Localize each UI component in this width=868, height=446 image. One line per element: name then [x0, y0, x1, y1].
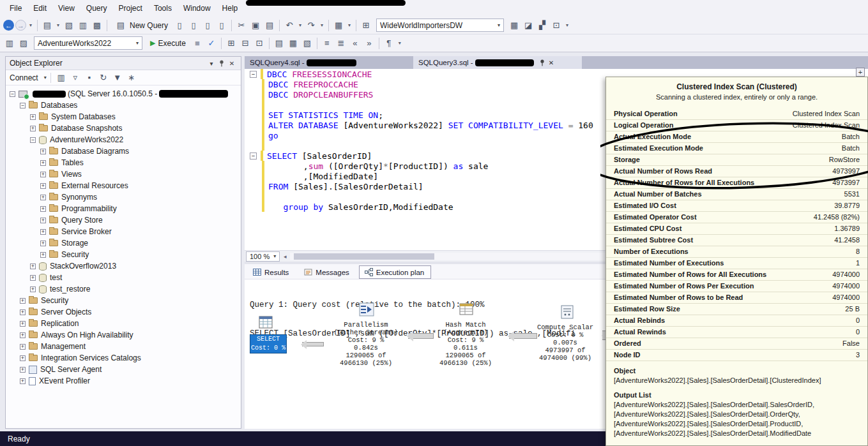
tree-expander-icon[interactable]: − — [30, 137, 36, 143]
select-operator-node[interactable]: SELECT Cost: 0 % — [250, 334, 287, 353]
panel-menu-icon[interactable]: ▾ — [206, 60, 217, 67]
tree-node-tables[interactable]: +Tables — [6, 157, 241, 168]
scrollbar-thumb[interactable] — [294, 253, 434, 260]
dmx-query-icon[interactable]: ▯ — [187, 19, 200, 32]
tree-node-databases[interactable]: −Databases — [6, 100, 241, 111]
pin-icon[interactable] — [217, 60, 227, 67]
refresh-icon[interactable]: ↻ — [97, 71, 110, 84]
tree-node-security[interactable]: +Security — [6, 249, 241, 260]
tab-results[interactable]: Results — [247, 265, 296, 279]
active-database-combobox[interactable]: AdventureWorks2022 ▾ — [34, 36, 142, 50]
connect-button[interactable]: Connect ▾ — [10, 73, 47, 82]
tree-expander-icon[interactable]: − — [20, 103, 26, 108]
undo-dropdown-icon[interactable]: ▾ — [297, 22, 303, 28]
fold-collapse-icon[interactable]: − — [250, 71, 257, 78]
toolbar-options-dropdown-icon[interactable]: ▾ — [397, 40, 403, 46]
tree-node-always-on-high-availability[interactable]: +Always On High Availability — [6, 329, 241, 341]
zoom-combobox[interactable]: 100 % ▾ — [246, 251, 280, 262]
sqlcmd-mode-icon[interactable]: ¶ — [383, 37, 395, 50]
copy-icon[interactable]: ▣ — [249, 19, 262, 32]
query-designer-icon[interactable]: ⊞ — [360, 19, 372, 32]
tree-node-stackoverflow2013[interactable]: +StackOverflow2013 — [6, 260, 241, 272]
tree-node-service-broker[interactable]: +Service Broker — [6, 226, 241, 237]
tree-node-sql-server-agent[interactable]: +SQL Server Agent — [6, 364, 241, 375]
available-databases-icon[interactable]: ▥ — [3, 37, 16, 50]
execution-plan-canvas[interactable]: SELECT Cost: 0 % Parallelism(Gather Stre… — [245, 300, 605, 412]
menu-view[interactable]: View — [52, 2, 80, 15]
uncomment-icon[interactable]: ≣ — [335, 37, 347, 50]
combo-dropdown-icon[interactable]: ▾ — [136, 40, 139, 46]
tree-node-system-databases[interactable]: +System Databases — [6, 111, 241, 123]
chart-icon[interactable]: ▞ — [536, 19, 549, 32]
tree-expander-icon[interactable]: + — [40, 241, 46, 246]
tree-expander-icon[interactable]: + — [20, 321, 26, 327]
pin-icon[interactable] — [540, 59, 545, 66]
nav-backward-icon[interactable]: ← — [3, 20, 14, 31]
decrease-indent-icon[interactable]: « — [349, 37, 362, 50]
tree-node-synonyms[interactable]: +Synonyms — [6, 191, 241, 203]
menu-help[interactable]: Help — [217, 2, 244, 15]
tree-expander-icon[interactable]: + — [40, 149, 46, 154]
tree-expander-icon[interactable]: + — [30, 114, 36, 120]
combo-dropdown-icon[interactable]: ▾ — [498, 22, 500, 28]
tree-node-database-snapshots[interactable]: +Database Snapshots — [6, 123, 241, 134]
tree-expander-icon[interactable]: + — [20, 309, 26, 315]
tree-node-programmability[interactable]: +Programmability — [6, 203, 241, 214]
tree-node-test-restore[interactable]: +test_restore — [6, 283, 241, 295]
parse-query-icon[interactable]: ✓ — [205, 37, 218, 50]
tab-execution-plan[interactable]: Execution plan — [359, 265, 431, 279]
tree-expander-icon[interactable]: + — [40, 252, 46, 258]
tab-sqlquery4[interactable]: SQLQuery4.sql - — [245, 56, 413, 69]
nav-history-dropdown-icon[interactable]: ▾ — [27, 22, 34, 28]
tree-expander-icon[interactable]: + — [40, 160, 46, 166]
tree-node-database-diagrams[interactable]: +Database Diagrams — [6, 145, 241, 157]
tree-node-server-objects[interactable]: +Server Objects — [6, 306, 241, 318]
paste-icon[interactable]: ▤ — [263, 19, 276, 32]
tree-node-storage[interactable]: +Storage — [6, 237, 241, 249]
tree-expander-icon[interactable]: + — [20, 298, 26, 304]
estimated-plan-icon[interactable]: ⊞ — [225, 37, 238, 50]
splitter-add-pane-button[interactable]: + — [856, 68, 865, 77]
save-icon[interactable]: ▥ — [77, 19, 89, 32]
toolbar-options-dropdown-icon[interactable]: ▾ — [564, 22, 570, 28]
tab-messages[interactable]: Messages — [298, 265, 356, 279]
wrench-icon[interactable]: ◪ — [522, 19, 535, 32]
open-file-icon[interactable]: ▧ — [63, 19, 75, 32]
nav-forward-icon[interactable]: → — [15, 20, 26, 31]
results-to-file-icon[interactable]: ▧ — [301, 37, 314, 50]
tree-node-external-resources[interactable]: +External Resources — [6, 180, 241, 191]
compute-scalar-icon[interactable] — [559, 304, 575, 322]
hash-match-node[interactable]: Hash Match(Aggregate)Cost: 9 %0.611s1290… — [426, 321, 505, 367]
tree-expander-icon[interactable]: + — [20, 378, 26, 384]
activity-grid-icon[interactable]: ▦ — [508, 19, 521, 32]
fold-collapse-icon[interactable]: − — [250, 152, 257, 160]
live-stats-icon[interactable]: ⊡ — [253, 37, 266, 50]
tree-expander-icon[interactable]: + — [30, 126, 36, 131]
menu-window[interactable]: Window — [178, 2, 217, 15]
tree-expander-icon[interactable]: + — [40, 195, 46, 200]
tree-expander-icon[interactable]: + — [40, 206, 46, 212]
scroll-left-icon[interactable]: ◂ — [280, 251, 290, 262]
compute-scalar-node[interactable]: Compute ScalarCost: 0 %0.007s4973997 of4… — [526, 323, 605, 362]
tree-node-views[interactable]: +Views — [6, 168, 241, 180]
menu-file[interactable]: File — [4, 2, 27, 15]
tree-expander-icon[interactable]: − — [10, 91, 15, 97]
change-connection-icon[interactable]: ▨ — [17, 37, 30, 50]
reports-icon[interactable]: ∗ — [125, 71, 138, 84]
tree-node-adventureworks2022[interactable]: −AdventureWorks2022 — [6, 134, 241, 145]
save-all-icon[interactable]: ▩ — [91, 19, 103, 32]
tree-expander-icon[interactable]: + — [40, 183, 46, 189]
menu-query[interactable]: Query — [80, 2, 113, 15]
tab-sqlquery3[interactable]: SQLQuery3.sql - ✕ — [413, 56, 582, 69]
menu-project[interactable]: Project — [113, 2, 148, 15]
comment-out-icon[interactable]: ≡ — [321, 37, 333, 50]
close-icon[interactable]: ✕ — [549, 59, 554, 66]
tree-expander-icon[interactable]: + — [30, 275, 36, 281]
plan-arrow[interactable] — [302, 342, 324, 346]
tree-node-test[interactable]: +test — [6, 272, 241, 283]
zoom-dropdown-icon[interactable]: ▾ — [273, 253, 276, 259]
increase-indent-icon[interactable]: » — [363, 37, 376, 50]
disconnect-server-icon[interactable]: ▿ — [69, 71, 82, 84]
select-result-icon[interactable] — [257, 314, 274, 332]
redo-dropdown-icon[interactable]: ▾ — [319, 22, 325, 28]
